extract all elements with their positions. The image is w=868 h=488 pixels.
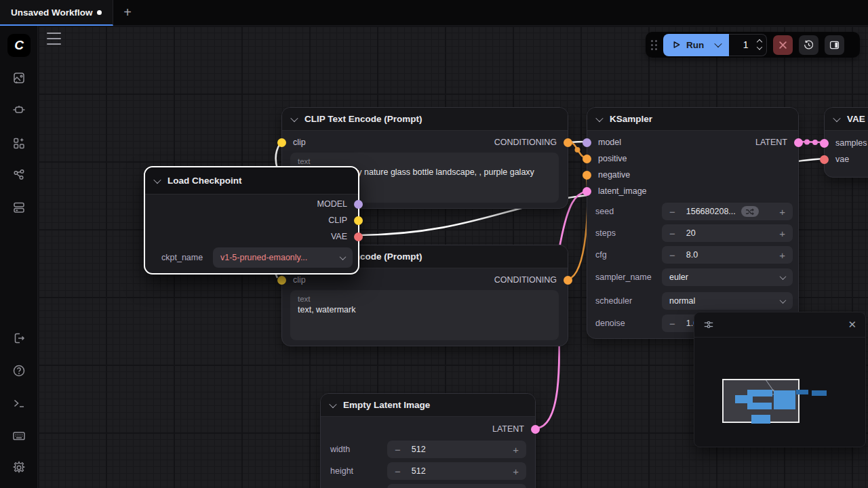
run-button[interactable]: Run: [663, 34, 713, 56]
increment-icon[interactable]: +: [513, 466, 519, 476]
input-slot-clip[interactable]: [277, 276, 286, 285]
collapse-chevron-icon[interactable]: [153, 176, 161, 183]
logout-button[interactable]: [11, 330, 27, 346]
minimap-panel[interactable]: ✕: [694, 312, 866, 447]
widget-label-height: height: [330, 466, 353, 476]
new-tab-button[interactable]: +: [119, 5, 136, 21]
ckpt-name-combo[interactable]: v1-5-pruned-emaonly...: [213, 247, 353, 268]
toggle-panel-button[interactable]: [825, 35, 844, 55]
help-circle-icon: [12, 363, 26, 378]
stepper-down-icon[interactable]: [757, 44, 762, 49]
output-slot-latent[interactable]: [794, 138, 803, 147]
tab-label: Unsaved Workflow: [11, 7, 93, 18]
input-slot-model[interactable]: [583, 138, 591, 147]
minimap-header: ✕: [694, 312, 865, 338]
minimap-node: [751, 415, 770, 424]
increment-icon[interactable]: +: [779, 207, 785, 217]
sidebar-layout-icon: [829, 39, 840, 51]
terminal-button[interactable]: [11, 395, 27, 411]
widget-label-steps: steps: [595, 228, 616, 238]
decrement-icon[interactable]: −: [395, 466, 401, 476]
increment-icon[interactable]: +: [513, 445, 519, 455]
sampler-name-combo[interactable]: euler: [662, 268, 793, 286]
cfg-number-widget[interactable]: − 8.0 +: [662, 246, 793, 264]
node-empty-latent-image[interactable]: Empty Latent Image LATENT width − 512 + …: [320, 393, 536, 488]
sidebar-item-queue[interactable]: [11, 70, 27, 86]
input-slot-clip[interactable]: [277, 138, 286, 147]
batch-count-input[interactable]: 1: [729, 34, 767, 56]
collapse-chevron-icon[interactable]: [833, 114, 840, 121]
chevron-down-icon: [715, 40, 722, 47]
node-ksampler[interactable]: KSampler model LATENT positive negative …: [587, 107, 799, 339]
batch-size-widget-partial[interactable]: [387, 484, 526, 488]
node-header[interactable]: CLIP Text Encode (Prompt): [282, 108, 568, 131]
close-icon: [778, 41, 787, 49]
output-label-conditioning: CONDITIONING: [494, 138, 557, 147]
node-header[interactable]: Load Checkpoint: [145, 167, 358, 195]
drag-handle-icon[interactable]: [651, 40, 657, 50]
height-number-widget[interactable]: − 512 +: [387, 462, 526, 480]
width-value: 512: [412, 445, 426, 454]
seed-number-widget[interactable]: − 156680208... +: [662, 203, 793, 220]
node-vae-decode[interactable]: VAE Decode samples vae: [824, 107, 868, 178]
input-slot-positive[interactable]: [583, 155, 591, 163]
menu-hamburger-button[interactable]: [47, 33, 61, 45]
node-header[interactable]: Empty Latent Image: [321, 394, 535, 417]
run-options-dropdown[interactable]: [713, 34, 729, 56]
steps-value: 20: [686, 228, 696, 238]
decrement-icon[interactable]: −: [669, 228, 675, 239]
batch-count-value: 1: [734, 39, 757, 50]
stepper-up-icon[interactable]: [757, 39, 762, 44]
widget-label-sampler-name: sampler_name: [595, 272, 652, 282]
stop-button[interactable]: [773, 35, 793, 55]
node-header[interactable]: VAE Decode: [825, 108, 868, 131]
sidebar-item-workflows[interactable]: [11, 167, 27, 183]
sidebar-item-templates[interactable]: [11, 199, 27, 216]
node-load-checkpoint[interactable]: Load Checkpoint MODEL CLIP VAE ckpt_name…: [144, 166, 359, 274]
node-header[interactable]: KSampler: [587, 108, 798, 131]
input-slot-negative[interactable]: [583, 171, 591, 180]
input-slot-vae[interactable]: [820, 155, 829, 164]
settings-button[interactable]: [11, 460, 27, 476]
collapse-chevron-icon[interactable]: [290, 114, 298, 121]
sampler-name-value: euler: [669, 272, 688, 282]
increment-icon[interactable]: +: [779, 250, 785, 260]
output-slot-clip[interactable]: [354, 216, 363, 225]
decrement-icon[interactable]: −: [669, 207, 675, 217]
output-slot-conditioning[interactable]: [564, 138, 572, 147]
input-label-vae: vae: [835, 155, 849, 164]
output-slot-conditioning[interactable]: [564, 276, 572, 285]
scheduler-combo[interactable]: normal: [662, 292, 793, 310]
decrement-icon[interactable]: −: [669, 319, 675, 329]
input-slot-samples[interactable]: [820, 139, 829, 148]
comfy-logo[interactable]: C: [7, 34, 31, 57]
decrement-icon[interactable]: −: [669, 250, 675, 260]
collapse-chevron-icon[interactable]: [595, 114, 603, 121]
sidebar-item-model-library[interactable]: [11, 135, 27, 151]
output-slot-model[interactable]: [354, 200, 363, 209]
node-title: VAE Decode: [847, 114, 868, 124]
steps-number-widget[interactable]: − 20 +: [662, 224, 793, 242]
stacked-cards-icon: [12, 200, 26, 215]
node-title: Empty Latent Image: [343, 400, 430, 410]
input-label-latent-image: latent_image: [598, 186, 647, 196]
collapse-chevron-icon[interactable]: [329, 400, 336, 407]
prompt-text-widget[interactable]: text text, watermark: [290, 290, 559, 340]
width-number-widget[interactable]: − 512 +: [387, 441, 526, 458]
help-button[interactable]: [11, 363, 27, 379]
minimap-close-icon[interactable]: ✕: [848, 319, 856, 331]
output-slot-vae[interactable]: [354, 232, 363, 241]
sidebar-item-node-library[interactable]: [11, 102, 27, 118]
increment-icon[interactable]: +: [779, 228, 785, 239]
history-button[interactable]: [799, 35, 818, 55]
minimap-body[interactable]: [694, 338, 865, 447]
output-label-model: MODEL: [317, 199, 347, 209]
randomize-seed-button[interactable]: [741, 206, 759, 217]
tab-unsaved-workflow[interactable]: Unsaved Workflow: [0, 0, 113, 26]
input-slot-latent-image[interactable]: [583, 187, 591, 196]
shortcuts-button[interactable]: [11, 428, 27, 444]
decrement-icon[interactable]: −: [395, 445, 401, 455]
minimap-settings-icon[interactable]: [703, 319, 714, 330]
widget-label-denoise: denoise: [595, 319, 625, 328]
output-slot-latent[interactable]: [531, 425, 540, 434]
